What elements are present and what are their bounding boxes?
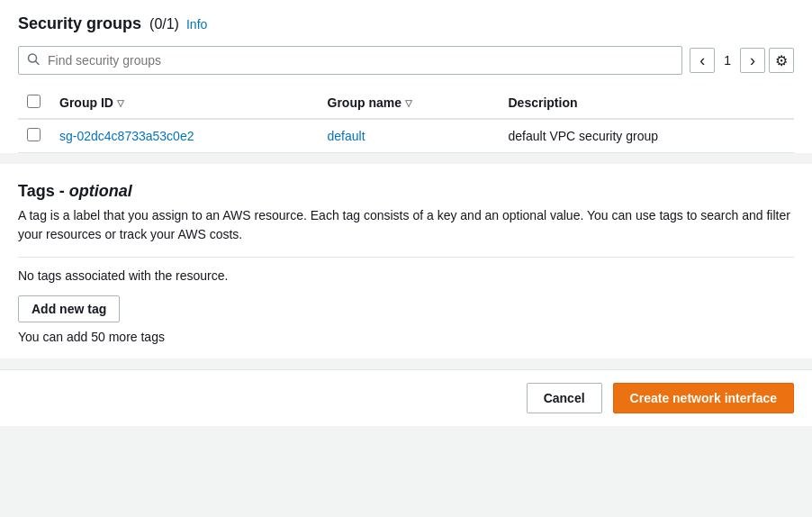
select-all-checkbox[interactable] <box>27 95 41 108</box>
group-name-cell: default <box>319 119 500 153</box>
add-new-tag-button[interactable]: Add new tag <box>18 295 120 322</box>
sort-icon-group-name: ▽ <box>405 98 412 108</box>
table-row: sg-02dc4c8733a53c0e2 default default VPC… <box>18 119 794 153</box>
table-header-row: Group ID ▽ Group name ▽ Description <box>18 87 794 119</box>
description-header: Description <box>500 87 795 119</box>
description-label: Description <box>509 95 578 110</box>
security-groups-table: Group ID ▽ Group name ▽ Description <box>18 87 794 153</box>
group-name-link[interactable]: default <box>328 129 365 143</box>
page-number: 1 <box>718 53 736 68</box>
tags-title: Tags - optional <box>18 182 794 201</box>
footer-bar: Cancel Create network interface <box>0 369 812 426</box>
tags-limit-text: You can add 50 more tags <box>18 330 794 344</box>
chevron-right-icon <box>750 52 755 68</box>
table-settings-button[interactable] <box>769 48 794 73</box>
cancel-button[interactable]: Cancel <box>527 383 602 413</box>
sort-icon-group-id: ▽ <box>117 98 124 108</box>
tags-section: Tags - optional A tag is a label that yo… <box>0 164 812 358</box>
description-value: default VPC security group <box>509 129 659 143</box>
section-header: Security groups (0/1) Info <box>18 14 794 33</box>
group-name-header: Group name ▽ <box>319 87 500 119</box>
tags-description: A tag is a label that you assign to an A… <box>18 206 794 258</box>
no-tags-text: No tags associated with the resource. <box>18 268 794 283</box>
row-checkbox[interactable] <box>27 128 41 141</box>
pagination-controls: 1 <box>690 48 794 73</box>
chevron-left-icon <box>699 52 705 68</box>
row-checkbox-cell <box>18 119 50 153</box>
select-all-header <box>18 87 50 119</box>
group-name-label: Group name <box>328 95 401 110</box>
security-groups-title: Security groups (0/1) <box>18 14 179 33</box>
tags-title-prefix: Tags - <box>18 182 69 200</box>
group-id-link[interactable]: sg-02dc4c8733a53c0e2 <box>59 129 194 143</box>
search-input[interactable] <box>18 46 682 75</box>
next-page-button[interactable] <box>740 48 765 73</box>
description-cell: default VPC security group <box>500 119 795 153</box>
gear-icon <box>775 52 788 69</box>
create-network-interface-button[interactable]: Create network interface <box>613 383 794 413</box>
count-badge: (0/1) <box>149 16 179 32</box>
group-id-header: Group ID ▽ <box>50 87 319 119</box>
search-icon <box>27 53 40 68</box>
info-link[interactable]: Info <box>186 17 207 32</box>
page-wrapper: Security groups (0/1) Info 1 <box>0 0 812 426</box>
prev-page-button[interactable] <box>690 48 715 73</box>
search-container <box>18 46 682 75</box>
group-id-cell: sg-02dc4c8733a53c0e2 <box>50 119 319 153</box>
tags-title-italic: optional <box>69 182 132 200</box>
svg-line-1 <box>36 61 40 65</box>
group-id-label: Group ID <box>59 95 113 110</box>
title-text: Security groups <box>18 14 141 32</box>
security-groups-section: Security groups (0/1) Info 1 <box>0 0 812 153</box>
search-bar-row: 1 <box>18 46 794 75</box>
